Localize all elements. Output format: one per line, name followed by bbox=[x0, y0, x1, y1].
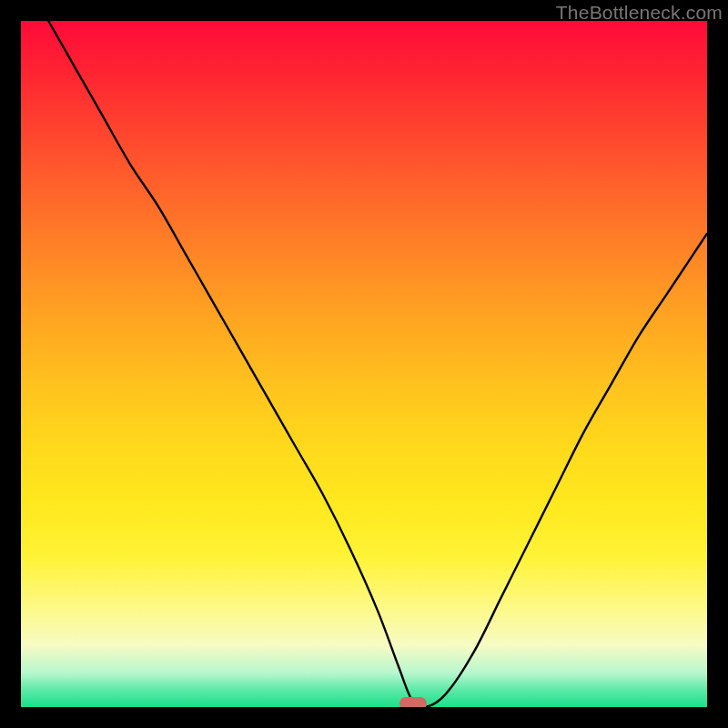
watermark-text: TheBottleneck.com bbox=[556, 2, 723, 24]
plot-area bbox=[21, 21, 707, 707]
outer-frame: TheBottleneck.com bbox=[0, 0, 728, 728]
optimum-marker bbox=[399, 697, 427, 707]
bottleneck-curve bbox=[21, 21, 707, 707]
